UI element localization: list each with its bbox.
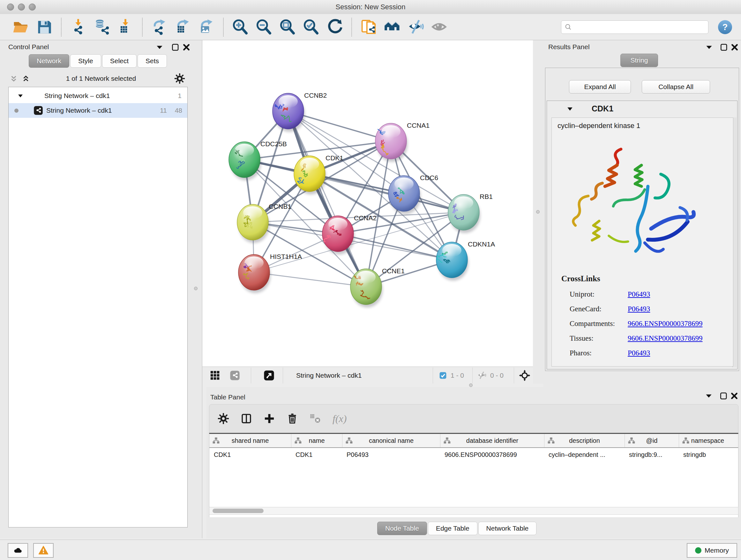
- toolbar-separator: [223, 18, 224, 37]
- crosslink-link[interactable]: P06493: [628, 346, 650, 361]
- zoom-in-icon[interactable]: [232, 19, 249, 36]
- tab-network[interactable]: Network: [29, 54, 69, 68]
- network-node-CCNB2[interactable]: [273, 93, 305, 132]
- fit-content-crosshair-icon[interactable]: [519, 370, 530, 381]
- results-menu-icon[interactable]: [704, 44, 714, 52]
- column-header-id[interactable]: @id: [624, 434, 679, 447]
- tab-edge-table[interactable]: Edge Table: [428, 522, 477, 535]
- zoom-fit-icon[interactable]: [279, 19, 296, 36]
- crosslink-link[interactable]: P06493: [628, 302, 650, 316]
- close-panel-icon[interactable]: [182, 43, 191, 51]
- table-settings-gear-icon[interactable]: [218, 413, 229, 424]
- column-header-description[interactable]: description: [544, 434, 624, 447]
- tab-node-table[interactable]: Node Table: [377, 522, 427, 535]
- import-table-icon[interactable]: [117, 19, 134, 36]
- table-hscrollbar[interactable]: [209, 507, 738, 515]
- hide-eye-icon[interactable]: [408, 19, 424, 36]
- memory-button[interactable]: Memory: [687, 543, 737, 558]
- network-edge[interactable]: [338, 234, 452, 260]
- column-header-shared-name[interactable]: shared name: [209, 434, 291, 447]
- network-node-HIST1H1A[interactable]: [239, 254, 271, 293]
- warnings-button[interactable]: [33, 543, 54, 558]
- import-network-icon[interactable]: [70, 19, 86, 36]
- table-cell[interactable]: stringdb: [679, 448, 736, 461]
- network-edge[interactable]: [254, 272, 366, 287]
- delete-column-icon[interactable]: [286, 413, 298, 424]
- table-float-icon[interactable]: [719, 392, 728, 400]
- crosslink-link[interactable]: 9606.ENSP00000378699: [628, 316, 703, 331]
- network-edge[interactable]: [288, 111, 366, 287]
- collapse-all-button[interactable]: Collapse All: [642, 80, 710, 94]
- search-input[interactable]: [575, 23, 705, 31]
- tab-select[interactable]: Select: [102, 54, 137, 68]
- tab-network-table[interactable]: Network Table: [478, 522, 537, 535]
- column-header-database-identifier[interactable]: database identifier: [440, 434, 544, 447]
- protein-expander-icon[interactable]: [567, 106, 573, 112]
- network-node-CCNB1[interactable]: [237, 204, 269, 243]
- network-node-CDC6[interactable]: [388, 176, 421, 214]
- birdseye-view-icon[interactable]: [264, 370, 274, 381]
- toolbar-search[interactable]: [561, 20, 709, 34]
- table-menu-icon[interactable]: [704, 392, 713, 400]
- results-float-icon[interactable]: [719, 43, 728, 51]
- zoom-out-icon[interactable]: [256, 19, 272, 36]
- export-network-icon[interactable]: [151, 19, 167, 36]
- column-header-namespace[interactable]: namespace: [679, 434, 736, 447]
- table-close-icon[interactable]: [730, 392, 739, 400]
- float-panel-icon[interactable]: [171, 43, 180, 51]
- crosslink-link[interactable]: P06493: [628, 287, 650, 302]
- expand-all-button[interactable]: Expand All: [569, 80, 631, 94]
- grid-view-icon[interactable]: [210, 370, 220, 381]
- column-header-name[interactable]: name: [291, 434, 342, 447]
- tab-string[interactable]: String: [620, 54, 658, 67]
- network-node-label: CDKN1A: [468, 240, 495, 248]
- panel-menu-icon[interactable]: [155, 44, 164, 52]
- warning-triangle-icon: [38, 545, 49, 556]
- table-cell[interactable]: 9606.ENSP00000378699: [440, 448, 544, 461]
- network-collection-row[interactable]: String Network – cdk1 1: [9, 88, 187, 103]
- left-splitter-handle[interactable]: [194, 287, 198, 290]
- table-cell[interactable]: cyclin–dependent ...: [544, 448, 624, 461]
- network-node-CDK1[interactable]: [294, 156, 326, 194]
- cloud-status-button[interactable]: [8, 543, 28, 558]
- selected-checkbox-icon[interactable]: [439, 372, 447, 379]
- right-splitter-handle[interactable]: [536, 210, 540, 213]
- show-columns-icon[interactable]: [241, 413, 252, 424]
- network-canvas[interactable]: CCNB2CCNA1CDC25BCDK1CDC6RB1CCNB1CCNA2CDK…: [202, 40, 533, 367]
- table-cell[interactable]: CDK1: [291, 448, 342, 461]
- save-icon[interactable]: [36, 19, 53, 36]
- table-cell[interactable]: stringdb:9...: [624, 448, 679, 461]
- network-node-CDC25B[interactable]: [229, 142, 261, 180]
- network-node-CCNE1[interactable]: [350, 269, 383, 307]
- document-share-icon[interactable]: [360, 19, 377, 36]
- hidden-eye-slash-icon[interactable]: [477, 371, 486, 380]
- table-cell[interactable]: CDK1: [209, 448, 291, 461]
- home-icon[interactable]: [384, 19, 401, 36]
- column-header-label: @id: [646, 437, 658, 444]
- refresh-icon[interactable]: [327, 19, 343, 36]
- add-column-icon[interactable]: [264, 413, 275, 424]
- network-row-selected[interactable]: String Network – cdk1 11 48: [9, 103, 187, 118]
- table-cell[interactable]: P06493: [342, 448, 440, 461]
- network-node-RB1[interactable]: [448, 194, 480, 233]
- network-node-CCNA2[interactable]: [322, 216, 354, 254]
- network-options-gear-icon[interactable]: [174, 73, 185, 84]
- table-hscrollbar-thumb[interactable]: [212, 509, 264, 513]
- bottom-splitter-handle[interactable]: [469, 383, 473, 387]
- help-button[interactable]: ?: [718, 20, 732, 34]
- string-view-icon[interactable]: [230, 370, 240, 381]
- import-database-icon[interactable]: [93, 19, 110, 36]
- column-header-canonical-name[interactable]: canonical name: [342, 434, 440, 447]
- tab-sets[interactable]: Sets: [138, 54, 167, 68]
- export-table-icon[interactable]: [175, 19, 191, 36]
- export-image-icon[interactable]: [198, 19, 215, 36]
- tab-style[interactable]: Style: [70, 54, 101, 68]
- network-node-CDKN1A[interactable]: [436, 242, 468, 281]
- collection-expander-icon[interactable]: [17, 93, 23, 98]
- eye-icon[interactable]: [431, 19, 448, 36]
- network-node-CCNA1[interactable]: [375, 123, 408, 162]
- open-folder-icon[interactable]: [12, 19, 29, 36]
- results-close-icon[interactable]: [730, 43, 739, 51]
- crosslink-link[interactable]: 9606.ENSP00000378699: [628, 331, 703, 346]
- zoom-selected-icon[interactable]: [303, 19, 320, 36]
